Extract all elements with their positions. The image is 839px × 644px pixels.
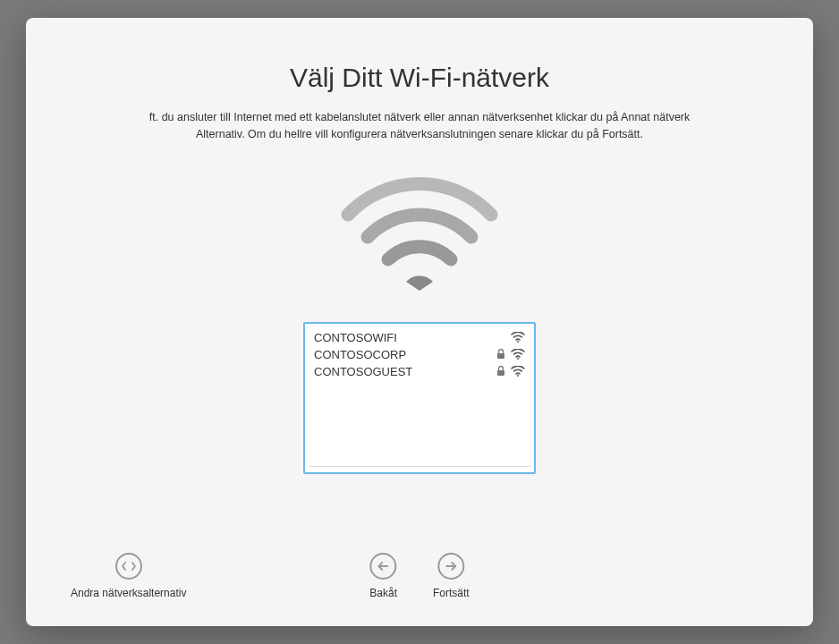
page-title: Välj Ditt Wi-Fi-nätverk [26,63,813,93]
svg-point-0 [517,341,519,343]
forward-arrow-icon [437,553,464,580]
wifi-network-item[interactable]: CONTOSOGUEST [305,363,534,380]
network-options-icon [115,553,142,580]
continue-button[interactable]: Fortsätt [433,553,470,599]
footer-navigation: Andra nätverksalternativ Bakåt [26,553,813,599]
setup-assistant-window: Välj Ditt Wi-Fi-nätverk ft. du ansluter … [26,18,813,626]
network-name-label: CONTOSOCORP [314,348,496,361]
wifi-signal-icon [511,332,525,343]
back-arrow-icon [370,553,397,580]
svg-point-4 [517,375,519,377]
continue-label: Fortsätt [433,587,470,599]
back-label: Bakåt [369,587,397,599]
svg-rect-1 [497,353,504,359]
back-button[interactable]: Bakåt [369,553,397,599]
network-name-label: CONTOSOGUEST [314,365,496,378]
lock-icon [496,366,505,377]
wifi-network-item[interactable]: CONTOSOCORP [305,346,534,363]
description-text: ft. du ansluter till Internet med ett ka… [26,109,813,143]
wifi-signal-icon [511,349,525,360]
wifi-signal-icon [511,366,525,377]
svg-rect-3 [497,370,504,376]
wifi-network-list[interactable]: CONTOSOWIFICONTOSOCORPCONTOSOGUEST [303,322,536,474]
wifi-network-item[interactable]: CONTOSOWIFI [305,329,534,346]
wifi-icon [26,170,813,295]
svg-point-2 [517,358,519,360]
other-options-label: Andra nätverksalternativ [71,587,186,599]
network-name-label: CONTOSOWIFI [314,331,511,344]
lock-icon [496,349,505,360]
other-network-options-button[interactable]: Andra nätverksalternativ [71,553,186,599]
